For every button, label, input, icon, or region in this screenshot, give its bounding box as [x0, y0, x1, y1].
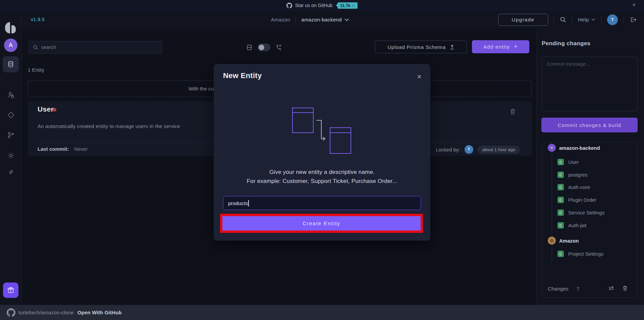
change-item[interactable]: C Auth-core [557, 184, 590, 190]
project-avatar[interactable]: A [4, 39, 17, 52]
change-type-badge: C [557, 172, 564, 178]
divider [554, 16, 554, 24]
change-type-badge: C [557, 251, 564, 257]
project-name[interactable]: Amazon [271, 17, 290, 22]
change-type-badge: C [557, 197, 564, 203]
divider [296, 16, 296, 23]
change-group-name[interactable]: amazon-backend [559, 145, 600, 151]
entity-title[interactable]: User [38, 105, 54, 113]
discard-changes-icon[interactable] [623, 285, 628, 291]
service-icon: ✕ [548, 144, 556, 152]
upgrade-button[interactable]: Upgrade [498, 14, 548, 26]
locked-by-avatar: T [465, 145, 473, 154]
divider [572, 16, 572, 24]
compare-changes-icon[interactable] [608, 285, 614, 291]
commit-message-input[interactable] [542, 57, 638, 111]
entity-name-value: products [228, 200, 248, 206]
database-icon [7, 61, 14, 68]
tree-connector [552, 246, 552, 261]
sidebar-item-settings[interactable] [0, 152, 21, 159]
search-icon[interactable] [560, 16, 566, 23]
last-commit-label: Last commit: [38, 146, 69, 152]
annotation-highlight-box: Create Entity [220, 214, 423, 233]
sidebar-item-roles[interactable] [0, 91, 21, 99]
git-branch-icon [7, 131, 15, 139]
plus-icon: + [514, 43, 518, 50]
changes-list: ✕ amazon-backend C User C postgres C Aut… [542, 142, 637, 298]
logout-icon[interactable] [630, 16, 637, 23]
delete-entity-icon[interactable] [510, 109, 516, 115]
resource-selector[interactable]: amazon-backend [301, 17, 349, 22]
github-icon [286, 3, 292, 8]
star-count-badge[interactable]: 11.7k ☆ [337, 2, 358, 9]
list-view-icon[interactable] [247, 45, 252, 50]
change-item[interactable]: C postgres [557, 172, 588, 178]
star-icon: ☆ [352, 3, 355, 8]
modal-hint-line1: Give your new entity a descriptive name. [214, 169, 430, 176]
changes-label: Changes [548, 286, 569, 292]
sidebar-item-plugins[interactable] [0, 169, 21, 177]
locked-time-badge: about 1 hour ago [478, 145, 520, 154]
locked-by-label: Locked by: [436, 147, 460, 152]
upload-prisma-schema-button[interactable]: Upload Prisma Schema [375, 41, 467, 53]
sidebar-item-modules[interactable] [0, 111, 21, 119]
toggle-knob [259, 45, 264, 50]
gear-icon [7, 152, 15, 159]
entity-count: 1 Entity [28, 67, 44, 73]
sidebar-item-entities[interactable] [3, 56, 19, 72]
divider [601, 16, 601, 24]
sidebar-item-rewards[interactable] [3, 282, 18, 298]
last-commit-value: Never [74, 146, 88, 152]
modal-hint-line2: For example: Customer, Support Ticket, P… [214, 178, 430, 185]
user-lock-icon [7, 91, 15, 99]
change-item[interactable]: C Service Settings [557, 209, 604, 216]
help-menu[interactable]: Help [578, 17, 595, 22]
change-type-badge: C [557, 184, 564, 190]
search-input[interactable] [41, 45, 158, 50]
amplication-logo[interactable] [5, 22, 16, 34]
github-star-banner[interactable]: Star us on GitHub 11.7k ☆ [0, 0, 644, 11]
sidebar-item-connections[interactable] [0, 131, 21, 139]
gift-icon [7, 286, 14, 294]
entity-search[interactable] [29, 41, 162, 54]
project-icon: ⚙ [548, 237, 556, 245]
github-icon [7, 308, 15, 317]
text-caret [248, 200, 249, 206]
change-type-badge: C [557, 209, 564, 216]
chevron-down-icon [591, 18, 595, 21]
pending-changes-title: Pending changes [542, 40, 590, 47]
create-entity-button[interactable]: Create Entity [222, 216, 421, 231]
entity-relation-illustration [289, 105, 356, 157]
view-toggle-group [247, 39, 281, 56]
change-item[interactable]: C Auth-jwt [557, 222, 586, 229]
change-type-badge: C [557, 159, 564, 165]
github-status-bar[interactable]: turteltech/amazon-clone Open With GitHub [0, 305, 644, 320]
modal-title: New Entity [223, 71, 262, 80]
graph-view-icon[interactable] [276, 45, 281, 50]
add-entity-button[interactable]: Add entity + [472, 40, 529, 53]
plug-icon [5, 168, 16, 179]
view-toggle-switch[interactable] [258, 44, 270, 51]
modal-close-icon[interactable]: ✕ [417, 73, 422, 80]
commit-changes-build-button[interactable]: Commit changes & build [541, 118, 638, 132]
banner-close-icon[interactable]: ✕ [632, 2, 636, 7]
plan-limit-text: With the cu [189, 86, 214, 91]
diamond-icon [7, 111, 15, 119]
entity-name-input[interactable]: products [223, 196, 421, 210]
entity-description: An automatically created entity to manag… [38, 123, 180, 129]
pending-change-dot [53, 108, 56, 112]
change-item[interactable]: C Plugin Order [557, 197, 596, 203]
change-item[interactable]: C User [557, 159, 579, 165]
workspace-breadcrumb: Amazon amazon-backend [271, 11, 349, 28]
repo-name[interactable]: turteltech/amazon-clone [18, 310, 74, 315]
upload-icon [450, 44, 454, 50]
change-group-name[interactable]: Amazon [559, 238, 579, 244]
changes-footer: Changes 7 [542, 284, 637, 294]
change-type-badge: C [557, 222, 564, 229]
pending-changes-panel: Pending changes Commit changes & build ✕… [537, 28, 644, 305]
top-navigation: v1.9.5 Amazon amazon-backend Upgrade Hel… [21, 11, 644, 28]
change-item[interactable]: C Project Settings [557, 251, 603, 257]
changes-count: 7 [577, 286, 579, 292]
open-with-github-link[interactable]: Open With GitHub [77, 310, 122, 315]
user-avatar[interactable]: T [607, 14, 618, 25]
